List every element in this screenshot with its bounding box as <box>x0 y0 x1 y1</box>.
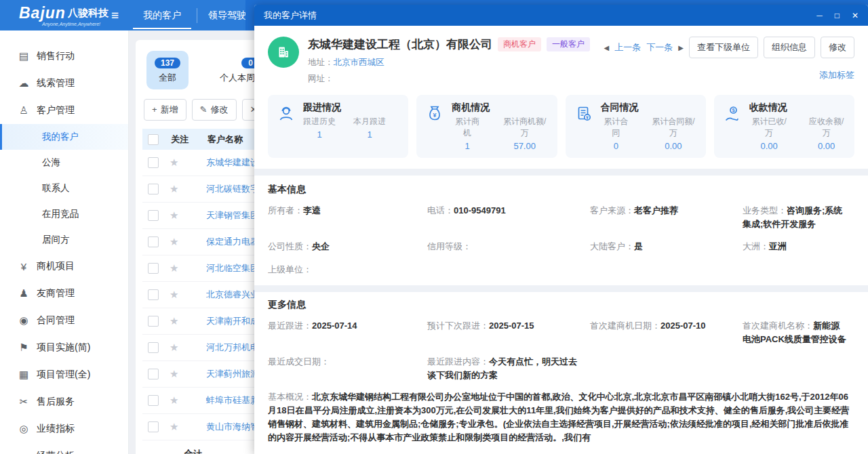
prev-arrow-icon[interactable]: ◀ <box>604 44 610 51</box>
person-icon: ♙ <box>18 104 30 117</box>
logo-text: Bajun <box>19 4 66 22</box>
star-icon[interactable]: ★ <box>170 289 198 301</box>
app-logo: Bajun八骏科技 Anyone,Anytime,Anywhere! <box>19 4 108 22</box>
sidebar-subitem-public-pool[interactable]: 公海 <box>0 150 128 176</box>
tab-comments[interactable]: 评论 <box>347 450 368 454</box>
sidebar-subitem-my-customers[interactable]: 我的客户 <box>0 124 128 150</box>
tag-general-customer: 一般客户 <box>547 37 590 51</box>
star-icon[interactable]: ★ <box>170 157 198 169</box>
company-address-link[interactable]: 北京市西城区 <box>334 58 384 67</box>
basic-info-title: 基本信息 <box>268 184 854 196</box>
star-icon[interactable]: ★ <box>170 342 198 354</box>
prev-record-link[interactable]: 上一条 <box>614 41 641 54</box>
more-info-title: 更多信息 <box>268 299 854 311</box>
maximize-icon[interactable]: □ <box>835 11 840 20</box>
flag-icon: ⚑ <box>18 342 30 354</box>
company-website-row: 网址 <box>308 73 590 85</box>
star-icon[interactable]: ★ <box>170 315 198 327</box>
sidebar-item-leads[interactable]: ☁ 线索管理 <box>0 70 128 97</box>
stat-value: 0.00 <box>806 141 846 151</box>
star-icon[interactable]: ★ <box>170 368 198 380</box>
column-customer-name: 客户名称 <box>208 133 243 146</box>
field-business-type: 业务类型咨询服务;系统集成;软件开发服务 <box>743 204 854 230</box>
edit-customer-button[interactable]: 修改 <box>821 37 854 58</box>
basic-info-section: 基本信息 所有者李逵 电话010-9549791 客户来源老客户推荐 业务类型咨… <box>254 176 868 285</box>
panel-titlebar[interactable]: 我的客户详情 ─ □ ✕ <box>254 5 868 26</box>
plus-icon: + <box>152 104 157 115</box>
filter-chip-all[interactable]: 137 全部 <box>146 51 189 89</box>
hamburger-menu-icon[interactable]: ≡ <box>111 0 119 30</box>
star-icon[interactable]: ★ <box>170 209 198 222</box>
tab-logs[interactable]: 日志 <box>386 450 408 454</box>
company-address-row: 地址北京市西城区 <box>308 57 590 68</box>
add-tag-link[interactable]: 添加标签 <box>604 69 854 81</box>
field-parent-unit: 上级单位 <box>268 263 427 276</box>
next-arrow-icon[interactable]: ▶ <box>678 44 684 51</box>
panel-title: 我的客户详情 <box>264 9 317 22</box>
window-controls: ─ □ ✕ <box>816 11 859 20</box>
row-checkbox[interactable] <box>148 369 159 379</box>
star-icon[interactable]: ★ <box>170 394 198 407</box>
stat-card-contract: ¥ 合同情况 累计合同0 累计合同额/万0.00 <box>566 95 706 158</box>
sidebar-item-partners[interactable]: ♟ 友商管理 <box>0 280 128 307</box>
sidebar-subitem-intermediary[interactable]: 居间方 <box>0 227 128 253</box>
field-phone: 电话010-9549791 <box>427 204 590 218</box>
add-button[interactable]: +新增 <box>144 99 186 121</box>
stat-value: 1 <box>303 129 336 140</box>
sidebar-subitem-contacts[interactable]: 联系人 <box>0 176 128 201</box>
row-checkbox[interactable] <box>148 263 159 274</box>
row-checkbox[interactable] <box>148 210 159 221</box>
star-icon[interactable]: ★ <box>170 236 198 248</box>
app-window: Bajun八骏科技 Anyone,Anytime,Anywhere! ≡ 我的客… <box>0 0 868 454</box>
column-follow: 关注 <box>171 133 199 146</box>
field-credit-rating: 信用等级 <box>427 240 590 253</box>
star-icon[interactable]: ★ <box>170 421 198 433</box>
yen-circle-icon: ◉ <box>18 314 30 327</box>
field-last-deal-date: 最近成交日期 <box>268 355 427 369</box>
row-checkbox[interactable] <box>148 289 159 300</box>
row-checkbox[interactable] <box>148 184 159 194</box>
tools-icon: ✂ <box>18 396 30 408</box>
minimize-icon[interactable]: ─ <box>816 11 823 20</box>
next-record-link[interactable]: 下一条 <box>646 41 673 54</box>
sidebar-item-project-impl-simple[interactable]: ⚑ 项目实施(简) <box>0 334 128 361</box>
sidebar-item-customers[interactable]: ♙ 客户管理 <box>0 97 128 124</box>
sidebar-item-sales-action[interactable]: ▤ 销售行动 <box>0 43 128 70</box>
tab-sales[interactable]: 销售 <box>268 450 290 454</box>
sidebar: ▤ 销售行动 ☁ 线索管理 ♙ 客户管理 我的客户 公海 联系人 在用竞品 居间… <box>0 30 129 454</box>
stat-value: 0.00 <box>749 141 789 151</box>
select-all-checkbox[interactable] <box>148 134 159 145</box>
sidebar-item-kpi[interactable]: ◎ 业绩指标 <box>0 415 128 442</box>
sidebar-item-project-mgmt-full[interactable]: ▦ 项目管理(全) <box>0 361 128 388</box>
sidebar-item-after-sales[interactable]: ✂ 售后服务 <box>0 388 128 415</box>
header-tab-my-customers[interactable]: 我的客户 <box>127 0 197 30</box>
star-icon[interactable]: ★ <box>170 262 198 274</box>
stat-cards: 跟进情况 跟进历史1 本月跟进1 ¥ 商机 <box>268 95 854 158</box>
row-checkbox[interactable] <box>148 342 159 353</box>
stat-value: 57.00 <box>500 141 549 151</box>
row-checkbox[interactable] <box>148 395 159 406</box>
customer-detail-panel: 我的客户详情 ─ □ ✕ <box>254 5 868 454</box>
row-checkbox[interactable] <box>148 236 159 247</box>
star-icon[interactable]: ★ <box>170 183 198 195</box>
org-info-button[interactable]: 组织信息 <box>764 37 815 58</box>
field-last-followup: 最近跟进2025-07-14 <box>268 319 427 333</box>
field-first-opportunity-date: 首次建商机日期2025-07-10 <box>590 319 743 333</box>
field-last-followup-content: 最近跟进内容今天有点忙，明天过去谈下我们新的方案 <box>427 355 590 381</box>
sidebar-item-opportunities[interactable]: ¥ 商机项目 <box>0 253 128 280</box>
sidebar-item-business-analysis[interactable]: ≃ 经营分析 <box>0 442 128 454</box>
company-name: 东城华建建设工程（北京）有限公司 <box>308 37 492 52</box>
close-icon[interactable]: ✕ <box>852 11 859 20</box>
edit-button[interactable]: ✎修改 <box>192 99 237 121</box>
tab-implementation[interactable]: 实施 <box>307 450 329 454</box>
logo-cn: 八骏科技 <box>68 7 108 18</box>
briefcase-icon: ▦ <box>18 369 30 381</box>
stat-value: 1 <box>353 129 386 140</box>
sidebar-item-contracts[interactable]: ◉ 合同管理 <box>0 307 128 334</box>
row-checkbox[interactable] <box>148 316 159 327</box>
row-checkbox[interactable] <box>148 421 159 432</box>
field-source: 客户来源老客户推荐 <box>590 204 743 218</box>
row-checkbox[interactable] <box>148 157 159 168</box>
sidebar-subitem-competitors-inuse[interactable]: 在用竞品 <box>0 201 128 227</box>
view-subunits-button[interactable]: 查看下级单位 <box>689 37 758 58</box>
